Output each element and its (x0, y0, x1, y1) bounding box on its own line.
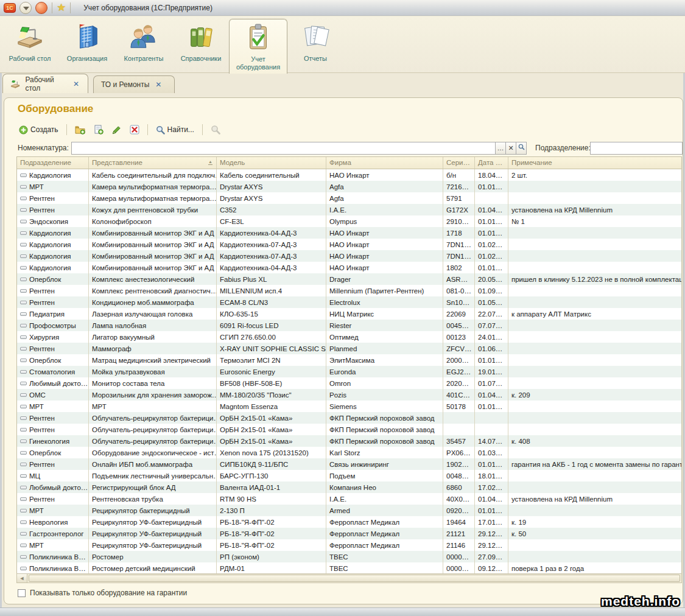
table-cell: 1902… (443, 458, 475, 470)
table-row[interactable]: МРТРециркулятор УФ-бактерицидныйРБ-18-"Я… (17, 539, 681, 551)
table-row[interactable]: МРТКамера мультиформатная термогра…Dryst… (17, 181, 681, 192)
table-row[interactable]: КардиологияКомбинированный монитор ЭКГ и… (17, 227, 681, 239)
table-row[interactable]: ЭндоскопияКолонофиброскопCF-E3LOlympus29… (17, 215, 681, 227)
table-row[interactable]: Поликлиника В…Ростомер детский медицинск… (17, 562, 681, 574)
table-row[interactable]: Поликлиника В…РостомерРП (эконом)ТВЕС000… (17, 551, 681, 562)
table-row[interactable]: РентгенМаммографX-RAY UNIT SOPHIE CLASSI… (17, 343, 681, 354)
table-row[interactable]: КардиологияКомбинированный монитор ЭКГ и… (17, 239, 681, 250)
table-row[interactable]: КардиологияКомбинированный монитор ЭКГ и… (17, 250, 681, 262)
column-header[interactable]: Примечание (508, 157, 681, 169)
subsystem-label: Справочники (177, 55, 225, 63)
table-cell: установлена на КРД Millennium (508, 493, 681, 505)
scroll-left-button[interactable]: ◄ (17, 574, 27, 583)
subsystem-equipment-accounting[interactable]: Учет оборудования (229, 19, 287, 74)
close-icon[interactable]: ✕ (154, 80, 163, 89)
main-menu-button[interactable] (19, 2, 32, 14)
table-row[interactable]: МРТРециркулятор бактерицидный2-130 ПArme… (17, 505, 681, 516)
table-row[interactable]: КардиологияКомбинированный монитор ЭКГ и… (17, 262, 681, 273)
table-row[interactable]: ХирургияЛигатор вакуумныйСГИП 276.650.00… (17, 331, 681, 343)
table-cell: НАО Инкарт (326, 250, 443, 262)
table-row[interactable]: НеврологияРециркулятор УФ-бактерицидныйР… (17, 516, 681, 528)
table-row[interactable]: Любимый докто…Монитор состава телаBF508 … (17, 377, 681, 389)
table-cell: BF508 (HBF-508-E) (217, 377, 326, 389)
find-button[interactable]: Найти... (153, 124, 197, 136)
nomenclature-input[interactable] (71, 142, 496, 155)
horizontal-scrollbar[interactable]: ◄ (16, 573, 682, 583)
tab-desktop[interactable]: Рабочий стол ✕ (2, 74, 88, 93)
table-cell: I.A.E. (326, 204, 443, 215)
table-cell: Рентген (17, 285, 89, 296)
filter-row: Номенклатура: … ✕ Подразделение: (4, 142, 683, 155)
favorites-star-icon[interactable]: ★ (57, 2, 66, 14)
cell-text: Рентген (29, 413, 55, 424)
close-icon[interactable]: ✕ (72, 80, 80, 88)
nomenclature-select-button[interactable]: … (496, 142, 506, 155)
document-add-icon (94, 125, 104, 135)
equipment-table: ПодразделениеПредставление▲МодельФирмаСе… (16, 156, 682, 575)
subsystem-reports[interactable]: Отчеты (297, 19, 334, 72)
column-header[interactable]: Модель (217, 157, 326, 169)
table-cell: Рециркулятор бактерицидный (89, 505, 217, 516)
table-row[interactable]: МЦПодъемник лестничный универсальн…БАРС-… (17, 470, 681, 481)
table-row[interactable]: СтоматологияМойка ультразвуковаяEurosoni… (17, 366, 681, 377)
cancel-search-button[interactable] (208, 124, 223, 136)
subsystem-panel: Рабочий стол Организация (0, 16, 685, 73)
subsystem-directories[interactable]: Справочники (177, 19, 225, 72)
table-row[interactable]: РентгенКомплекс рентгеновский диагностич… (17, 285, 681, 296)
table-row[interactable]: Любимый докто…Регистрирующий блок АДВале… (17, 481, 681, 493)
delete-button[interactable] (127, 124, 142, 136)
cell-text: Любимый докто… (29, 378, 88, 389)
department-input[interactable] (590, 142, 683, 155)
column-header[interactable]: Подразделение (17, 157, 89, 169)
table-row[interactable]: ГастроэнтерологРециркулятор УФ-бактерици… (17, 528, 681, 539)
cell-text: МРТ (29, 181, 44, 192)
service-button[interactable] (35, 2, 47, 14)
table-cell: б/н (443, 169, 475, 181)
table-cell: Рентген (17, 412, 89, 424)
table-cell: ММ-180/20/35 "Позис" (217, 389, 326, 401)
cell-text: Стоматология (29, 366, 75, 377)
table-cell: СИПБ10КД 9-11/БПС (217, 458, 326, 470)
table-row[interactable]: РентгенРентгеновская трубкаRTM 90 HSI.A.… (17, 493, 681, 505)
edit-button[interactable] (110, 124, 124, 136)
tab-to-repairs[interactable]: ТО и Ремонты ✕ (93, 75, 175, 93)
table-cell: БАРС-УГП-130 (217, 470, 326, 481)
nomenclature-clear-button[interactable]: ✕ (506, 142, 516, 155)
scrollbar-thumb[interactable] (29, 575, 680, 582)
table-row[interactable]: РентгенКамера мультиформатная термогра…D… (17, 192, 681, 204)
table-row[interactable]: ПрофосмотрыЛампа налобная6091 Ri-focus L… (17, 320, 681, 331)
table-row[interactable]: ОМСМорозильник для хранения заморож…ММ-1… (17, 389, 681, 401)
warranty-only-checkbox[interactable] (18, 589, 26, 597)
create-group-button[interactable] (72, 124, 88, 136)
table-row[interactable]: РентгенКожух для рентгеновской трубкиC35… (17, 204, 681, 215)
table-cell: поверка 1 раз в 2 года (508, 562, 681, 574)
table-cell: 01.01… (475, 354, 508, 366)
column-header[interactable]: Сери… (443, 157, 475, 169)
table-row[interactable]: ОперблокОборудование эндоскопическое - и… (17, 447, 681, 458)
subsystem-contractors[interactable]: Контрагенты (119, 19, 168, 72)
column-header[interactable]: Представление▲ (89, 157, 217, 169)
column-header[interactable]: Фирма (326, 157, 443, 169)
equipment-item-icon (20, 555, 27, 559)
table-cell (475, 192, 508, 204)
subsystem-desktop[interactable]: Рабочий стол (7, 19, 52, 72)
table-row[interactable]: РентгенКондиционер моб.маммографаECAM-8 … (17, 296, 681, 308)
table-row[interactable]: РентгенОблучатель-рециркулятор бактерици… (17, 424, 681, 435)
table-row[interactable]: КардиологияКабель соединительный для под… (17, 169, 681, 181)
table-row[interactable]: ГинекологияОблучатель-рециркулятор бакте… (17, 435, 681, 447)
warranty-filter-row: Показывать только оборудование на гарант… (18, 589, 187, 597)
create-button[interactable]: Создать (16, 124, 61, 136)
table-cell: НАО Инкарт (326, 262, 443, 273)
nomenclature-lookup-button[interactable] (516, 142, 527, 155)
copy-item-button[interactable] (91, 124, 106, 136)
table-row[interactable]: РентгенОнлайн ИБП моб.маммографаСИПБ10КД… (17, 458, 681, 470)
equipment-item-icon (20, 312, 27, 316)
table-row[interactable]: ОперблокКомплекс анестезиологическийFabi… (17, 273, 681, 285)
table-row[interactable]: ОперблокМатрац медицинский электрический… (17, 354, 681, 366)
cell-text: Рентген (29, 297, 55, 308)
subsystem-organization[interactable]: Организация (63, 19, 111, 72)
table-row[interactable]: МРТМРТMagntom EssenzaSiemens5017801.01… (17, 401, 681, 412)
table-row[interactable]: ПедиатрияЛазерная излучающая головкаКЛО-… (17, 308, 681, 320)
table-row[interactable]: РентгенОблучатель-рециркулятор бактерици… (17, 412, 681, 424)
column-header[interactable]: Дата … (475, 157, 508, 169)
